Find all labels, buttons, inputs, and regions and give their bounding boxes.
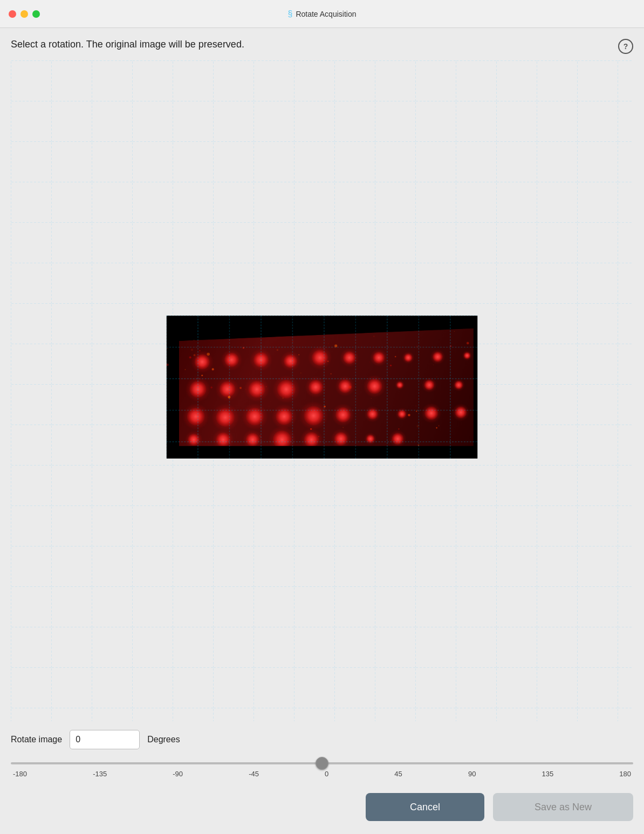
save-as-new-button[interactable]: Save as New bbox=[493, 793, 633, 821]
slider-tick-neg45: -45 bbox=[249, 770, 259, 778]
canvas-area bbox=[11, 60, 633, 721]
rotate-label: Rotate image bbox=[11, 735, 62, 744]
slider-container: -180 -135 -90 -45 0 45 90 135 180 bbox=[11, 757, 633, 778]
slider-tick-180: 180 bbox=[619, 770, 631, 778]
app-icon: § bbox=[288, 9, 293, 19]
degrees-label: Degrees bbox=[147, 735, 180, 744]
window-controls[interactable] bbox=[9, 10, 40, 18]
slider-tick-neg90: -90 bbox=[173, 770, 183, 778]
slider-tick-45: 45 bbox=[394, 770, 402, 778]
maximize-button[interactable] bbox=[32, 10, 40, 18]
titlebar: § Rotate Acquisition bbox=[0, 0, 644, 28]
slider-labels: -180 -135 -90 -45 0 45 90 135 180 bbox=[11, 770, 633, 778]
cancel-button[interactable]: Cancel bbox=[366, 793, 484, 821]
rotation-slider[interactable] bbox=[11, 762, 633, 764]
slider-tick-135: 135 bbox=[542, 770, 553, 778]
window-title-text: Rotate Acquisition bbox=[296, 10, 356, 18]
close-button[interactable] bbox=[9, 10, 16, 18]
rotate-row: Rotate image Degrees bbox=[11, 730, 633, 749]
window-title: § Rotate Acquisition bbox=[288, 9, 357, 19]
header-row: Select a rotation. The original image wi… bbox=[11, 39, 633, 54]
slider-tick-90: 90 bbox=[468, 770, 476, 778]
slider-tick-0: 0 bbox=[325, 770, 328, 778]
help-button[interactable]: ? bbox=[618, 39, 633, 54]
fluorescence-image bbox=[167, 316, 478, 459]
action-row: Cancel Save as New bbox=[11, 782, 633, 834]
image-container bbox=[167, 316, 478, 461]
rotate-input[interactable] bbox=[70, 730, 140, 749]
main-content: Select a rotation. The original image wi… bbox=[0, 28, 644, 721]
slider-tick-neg180: -180 bbox=[13, 770, 27, 778]
slider-tick-neg135: -135 bbox=[93, 770, 107, 778]
instruction-text: Select a rotation. The original image wi… bbox=[11, 39, 244, 50]
minimize-button[interactable] bbox=[20, 10, 28, 18]
bottom-controls: Rotate image Degrees -180 -135 -90 -45 0… bbox=[0, 721, 644, 834]
